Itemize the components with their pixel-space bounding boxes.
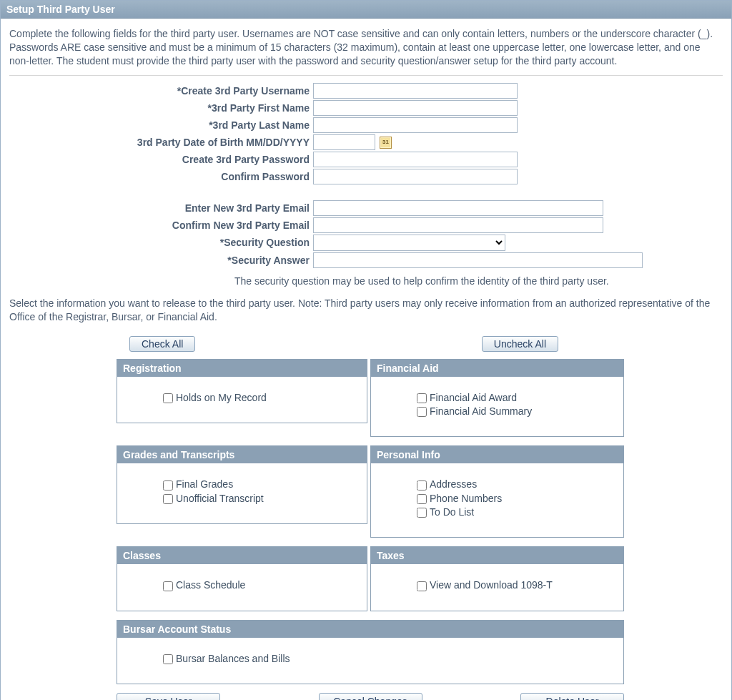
confirm-password-input[interactable] <box>313 169 518 184</box>
panel-registration: Registration Holds on My Record <box>117 359 367 423</box>
uncheck-all-button[interactable]: Uncheck All <box>482 336 558 352</box>
panel-financial-aid: Financial Aid Financial Aid Award Financ… <box>370 359 624 438</box>
secq-label: *Security Question <box>9 237 313 248</box>
panel-taxes: Taxes View and Download 1098-T <box>370 546 624 611</box>
security-answer-input[interactable] <box>313 252 643 268</box>
lastname-label: *3rd Party Last Name <box>9 119 313 131</box>
cb-holds-label: Holds on My Record <box>176 392 267 403</box>
page-container: Setup Third Party User Complete the foll… <box>0 0 732 700</box>
seca-label: *Security Answer <box>9 255 313 266</box>
cb-financial-aid-award[interactable] <box>417 393 427 403</box>
cb-finaid-award-label: Financial Aid Award <box>430 392 517 403</box>
cb-bursar-balances-bills[interactable] <box>163 654 173 664</box>
firstname-label: *3rd Party First Name <box>9 102 313 114</box>
cb-unofficial-transcript[interactable] <box>163 494 173 504</box>
cb-class-schedule-row[interactable]: Class Schedule <box>163 579 360 591</box>
cb-phone-numbers[interactable] <box>417 494 427 504</box>
dob-label: 3rd Party Date of Birth MM/DD/YYYY <box>9 137 313 148</box>
cb-1098t-row[interactable]: View and Download 1098-T <box>417 579 616 591</box>
cb-unofficial-transcript-row[interactable]: Unofficial Transcript <box>163 493 360 504</box>
email-label: Enter New 3rd Party Email <box>9 202 313 214</box>
title-bar: Setup Third Party User <box>1 1 731 19</box>
email-input[interactable] <box>313 200 603 216</box>
username-input[interactable] <box>313 83 518 99</box>
confirm-email-input[interactable] <box>313 217 603 233</box>
panel-grades-header: Grades and Transcripts <box>117 446 367 463</box>
cb-holds-on-my-record[interactable] <box>163 393 173 403</box>
cb-bursar-balances-label: Bursar Balances and Bills <box>176 653 290 664</box>
confirm-password-label: Confirm Password <box>9 171 313 182</box>
cb-holds-row[interactable]: Holds on My Record <box>163 392 360 403</box>
cb-addresses-row[interactable]: Addresses <box>417 478 616 490</box>
cb-finaid-award-row[interactable]: Financial Aid Award <box>417 392 616 403</box>
cb-1098t-label: View and Download 1098-T <box>430 579 553 591</box>
password-label: Create 3rd Party Password <box>9 154 313 165</box>
instructions-text: Complete the following fields for the th… <box>9 27 723 76</box>
security-question-select[interactable] <box>313 235 505 251</box>
delete-user-button[interactable]: Delete User <box>520 693 624 700</box>
cb-final-grades-label: Final Grades <box>176 478 233 490</box>
panel-personal-header: Personal Info <box>371 446 623 463</box>
cb-final-grades[interactable] <box>163 480 173 491</box>
cb-addresses-label: Addresses <box>430 478 477 490</box>
cb-class-schedule[interactable] <box>163 581 173 591</box>
cb-phone-numbers-row[interactable]: Phone Numbers <box>417 493 616 504</box>
panel-personal-info: Personal Info Addresses Phone Numbers To… <box>370 445 624 538</box>
panel-taxes-header: Taxes <box>371 547 623 564</box>
select-instructions-text: Select the information you want to relea… <box>9 297 723 325</box>
firstname-input[interactable] <box>313 100 518 116</box>
cb-todo-list-row[interactable]: To Do List <box>417 506 616 518</box>
cb-view-1098t[interactable] <box>417 581 427 591</box>
panel-registration-header: Registration <box>117 360 367 377</box>
cancel-changes-button[interactable]: Cancel Changes <box>319 693 422 700</box>
cb-bursar-balances-row[interactable]: Bursar Balances and Bills <box>163 653 616 664</box>
check-all-button[interactable]: Check All <box>129 336 195 352</box>
content-area: Complete the following fields for the th… <box>1 19 731 700</box>
dob-input[interactable] <box>313 134 375 150</box>
cb-to-do-list[interactable] <box>417 508 427 518</box>
cb-addresses[interactable] <box>417 480 427 491</box>
cb-financial-aid-summary[interactable] <box>417 407 427 417</box>
calendar-icon[interactable]: 31 <box>380 137 392 149</box>
cb-finaid-summary-label: Financial Aid Summary <box>430 405 532 417</box>
username-label: *Create 3rd Party Username <box>9 85 313 97</box>
cb-todo-list-label: To Do List <box>430 506 474 518</box>
cb-class-schedule-label: Class Schedule <box>176 579 245 591</box>
cb-final-grades-row[interactable]: Final Grades <box>163 478 360 490</box>
lastname-input[interactable] <box>313 117 518 133</box>
password-input[interactable] <box>313 152 518 167</box>
panel-bursar-header: Bursar Account Status <box>117 621 623 638</box>
security-hint-text: The security question may be used to hel… <box>234 275 723 287</box>
panel-classes-header: Classes <box>117 547 367 564</box>
panel-grades: Grades and Transcripts Final Grades Unof… <box>117 445 367 524</box>
cb-unofficial-transcript-label: Unofficial Transcript <box>176 493 264 504</box>
confirm-email-label: Confirm New 3rd Party Email <box>9 220 313 231</box>
cb-finaid-summary-row[interactable]: Financial Aid Summary <box>417 405 616 417</box>
panel-bursar: Bursar Account Status Bursar Balances an… <box>117 620 624 684</box>
panel-classes: Classes Class Schedule <box>117 546 367 611</box>
cb-phone-numbers-label: Phone Numbers <box>430 493 502 504</box>
save-user-button[interactable]: Save User <box>117 693 220 700</box>
panel-financial-aid-header: Financial Aid <box>371 360 623 377</box>
